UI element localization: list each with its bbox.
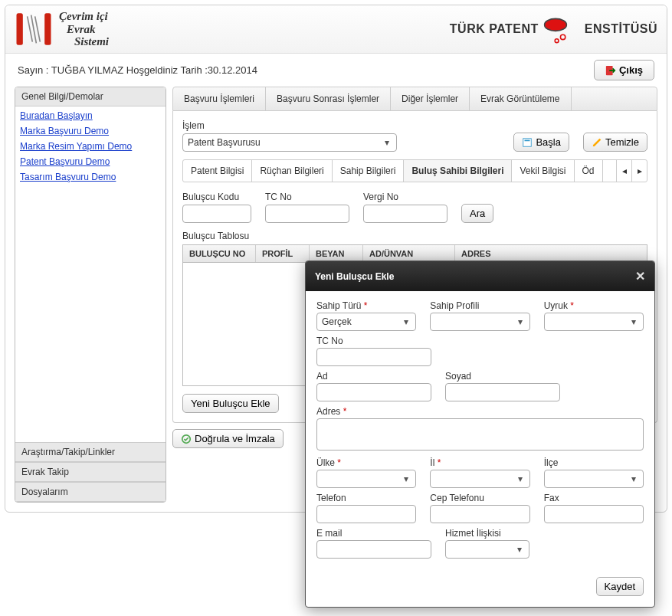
- soyad-label: Soyad: [445, 371, 560, 382]
- vergino-input[interactable]: [363, 205, 447, 223]
- brand-text-b: ENSTİTÜSÜ: [585, 22, 657, 36]
- cep-input[interactable]: [430, 505, 529, 517]
- ara-button[interactable]: Ara: [461, 204, 493, 223]
- tcno-label: TC No: [265, 192, 349, 202]
- ulke-select[interactable]: ▾: [316, 470, 416, 488]
- dialog-titlebar: Yeni Buluşcu Ekle ✕: [306, 261, 654, 291]
- tab-odeme[interactable]: Öd: [575, 160, 603, 182]
- th-beyan: BEYAN: [310, 245, 363, 262]
- tab-bulus-sahibi[interactable]: Buluş Sahibi Bilgileri: [404, 160, 512, 182]
- chevron-down-icon: ▾: [400, 473, 412, 485]
- svg-point-6: [560, 34, 565, 39]
- app-logo: Çevrim içi Evrak Sistemi: [15, 10, 109, 48]
- app-title-line3: Sistemi: [59, 35, 109, 48]
- il-label: İl: [430, 457, 529, 468]
- dogrula-label: Doğrula ve İmzala: [195, 433, 275, 444]
- dialog-body: Sahip Türü Gerçek▾ Sahip Profili ▾ Uyruk…: [306, 291, 654, 517]
- tab-basvuru-islemleri[interactable]: Başvuru İşlemleri: [173, 87, 266, 110]
- tab-sahip[interactable]: Sahip Bilgileri: [333, 160, 405, 182]
- sidebar-links: Buradan Başlayın Marka Başvuru Demo Mark…: [15, 106, 166, 189]
- logout-button[interactable]: Çıkış: [594, 60, 654, 80]
- dogrula-imzala-button[interactable]: Doğrula ve İmzala: [172, 429, 284, 448]
- ilce-select[interactable]: ▾: [544, 470, 644, 488]
- chevron-down-icon: ▾: [628, 473, 640, 485]
- subheader: Sayın : TUĞBA YILMAZ Hoşgeldiniz Tarih :…: [5, 54, 667, 87]
- fax-label: Fax: [544, 493, 644, 503]
- basla-button[interactable]: Başla: [513, 133, 569, 152]
- sidebar-link-patent-demo[interactable]: Patent Başvuru Demo: [20, 154, 161, 169]
- telefon-label: Telefon: [316, 493, 416, 503]
- logout-label: Çıkış: [619, 64, 643, 76]
- tab-scroll: ◂ ▸: [616, 160, 647, 182]
- il-select[interactable]: ▾: [430, 470, 529, 488]
- tab-patent-bilgisi[interactable]: Patent Bilgisi: [183, 160, 252, 182]
- svg-point-7: [555, 39, 559, 43]
- tab-scroll-left[interactable]: ◂: [616, 160, 631, 182]
- svg-rect-1: [44, 13, 51, 45]
- svg-point-5: [544, 18, 566, 31]
- tab-evrak-goruntuleme[interactable]: Evrak Görüntüleme: [470, 87, 571, 110]
- chevron-down-icon: ▾: [400, 316, 412, 328]
- sidebar-link-marka-resim-demo[interactable]: Marka Resim Yapımı Demo: [20, 139, 161, 154]
- ulke-label: Ülke: [316, 457, 416, 468]
- adres-input[interactable]: [316, 418, 644, 451]
- sahip-turu-value: Gerçek: [322, 316, 411, 327]
- sidebar-section-arastirma[interactable]: Araştırma/Takip/Linkler: [15, 442, 166, 462]
- uyruk-label: Uyruk: [544, 300, 644, 311]
- sidebar-link-start[interactable]: Buradan Başlayın: [20, 108, 161, 123]
- temizle-label: Temizle: [605, 136, 639, 148]
- dialog-close-button[interactable]: ✕: [635, 269, 645, 283]
- dialog-title-text: Yeni Buluşcu Ekle: [315, 271, 394, 282]
- th-buluscu-no: BULUŞCU NO: [183, 245, 256, 262]
- buluscu-kodu-label: Buluşcu Kodu: [182, 192, 251, 202]
- vergino-label: Vergi No: [363, 192, 447, 202]
- ilce-label: İlçe: [544, 457, 644, 468]
- temizle-button[interactable]: Temizle: [583, 133, 647, 152]
- sahip-profili-select[interactable]: ▾: [430, 313, 529, 331]
- sidebar-section-dosyalarim[interactable]: Dosyalarım: [15, 482, 166, 502]
- th-profil: PROFİL: [256, 245, 310, 262]
- uyruk-select[interactable]: ▾: [544, 313, 644, 331]
- buluscu-kodu-input[interactable]: [182, 205, 251, 223]
- chevron-down-icon: ▾: [514, 473, 526, 485]
- islem-label: İşlem: [182, 120, 500, 131]
- telefon-input[interactable]: [316, 505, 416, 517]
- sahip-turu-label: Sahip Türü: [316, 300, 416, 311]
- chevron-down-icon: ▾: [514, 316, 526, 328]
- chevron-down-icon: ▾: [628, 316, 640, 328]
- soyad-input[interactable]: [445, 383, 560, 401]
- tab-diger-islemler[interactable]: Diğer İşlemler: [391, 87, 470, 110]
- svg-rect-9: [523, 138, 532, 146]
- brand-text-a: TÜRK PATENT: [450, 22, 539, 36]
- tab-basvuru-sonrasi[interactable]: Başvuru Sonrası İşlemler: [266, 87, 391, 110]
- sahip-profili-label: Sahip Profili: [430, 300, 529, 311]
- tcno-input[interactable]: [265, 205, 349, 223]
- ad-input[interactable]: [316, 383, 431, 401]
- sidebar-link-marka-demo[interactable]: Marka Başvuru Demo: [20, 123, 161, 139]
- sidebar-section-demolar[interactable]: Genel Bilgi/Demolar: [15, 87, 166, 106]
- top-tabs: Başvuru İşlemleri Başvuru Sonrası İşleml…: [172, 87, 657, 111]
- validate-icon: [181, 434, 192, 444]
- dlg-tcno-input[interactable]: [316, 348, 431, 366]
- tab-ruchan[interactable]: Rüçhan Bilgileri: [252, 160, 332, 182]
- islem-value: Patent Başvurusu: [188, 137, 392, 148]
- logout-icon: [605, 65, 616, 76]
- dlg-tcno-label: TC No: [316, 336, 431, 346]
- app-title-line1: Çevrim içi: [59, 10, 109, 23]
- chevron-down-icon: ▾: [381, 136, 393, 149]
- ad-label: Ad: [316, 371, 431, 382]
- sahip-turu-select[interactable]: Gerçek▾: [316, 313, 416, 331]
- dialog-yeni-buluscu: Yeni Buluşcu Ekle ✕ Sahip Türü Gerçek▾ S…: [305, 260, 655, 517]
- yeni-buluscu-button[interactable]: Yeni Buluşcu Ekle: [182, 394, 279, 413]
- sidebar-section-evrak-takip[interactable]: Evrak Takip: [15, 462, 166, 482]
- islem-select[interactable]: Patent Başvurusu ▾: [182, 133, 397, 152]
- th-ad-unvan: AD/ÜNVAN: [363, 245, 455, 262]
- sidebar-link-tasarim-demo[interactable]: Tasarım Başvuru Demo: [20, 169, 161, 185]
- brand-logo: TÜRK PATENT ENSTİTÜSÜ: [450, 14, 657, 44]
- sidebar: Genel Bilgi/Demolar Buradan Başlayın Mar…: [15, 87, 166, 503]
- svg-rect-10: [525, 139, 530, 141]
- tab-vekil[interactable]: Vekil Bilgisi: [512, 160, 574, 182]
- app-title-line2: Evrak: [59, 23, 109, 36]
- fax-input[interactable]: [544, 505, 644, 517]
- tab-scroll-right[interactable]: ▸: [631, 160, 647, 182]
